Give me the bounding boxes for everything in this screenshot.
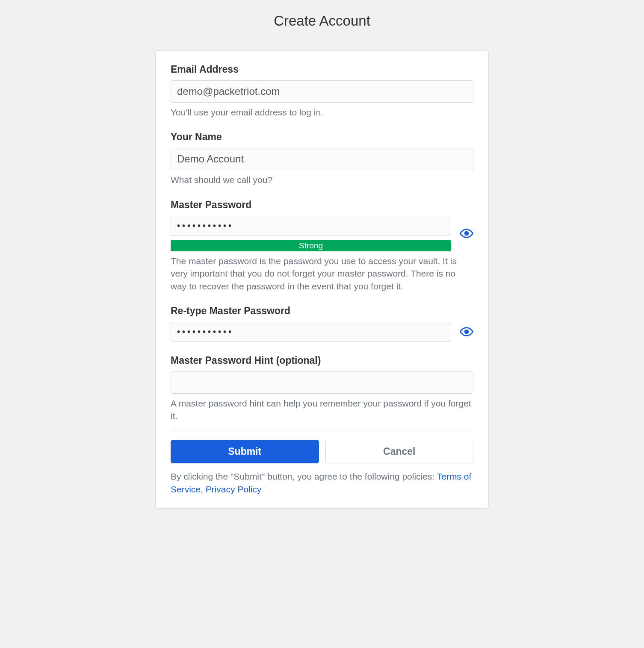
page-title: Create Account <box>155 13 489 29</box>
name-form-group: Your Name What should we call you? <box>171 131 473 186</box>
name-label: Your Name <box>171 131 473 143</box>
master-password-form-group: Master Password Strong The master passwo… <box>171 199 473 292</box>
form-divider <box>171 430 473 430</box>
master-password-input[interactable] <box>171 216 451 236</box>
email-form-group: Email Address You'll use your email addr… <box>171 64 473 118</box>
toggle-retype-password-visibility-icon[interactable] <box>460 327 473 336</box>
password-strength-indicator: Strong <box>171 240 451 251</box>
button-row: Submit Cancel <box>171 440 473 463</box>
master-password-hint: The master password is the password you … <box>171 255 473 292</box>
footer-separator: , <box>201 484 206 494</box>
terms-footer: By clicking the "Submit" button, you agr… <box>171 470 473 496</box>
password-hint-label: Master Password Hint (optional) <box>171 355 473 366</box>
toggle-password-visibility-icon[interactable] <box>460 229 473 238</box>
retype-password-form-group: Re-type Master Password <box>171 305 473 342</box>
password-hint-form-group: Master Password Hint (optional) A master… <box>171 355 473 422</box>
email-input[interactable] <box>171 80 473 103</box>
retype-password-label: Re-type Master Password <box>171 305 473 317</box>
svg-point-0 <box>465 232 468 235</box>
svg-point-1 <box>465 330 468 333</box>
retype-password-input[interactable] <box>171 322 451 342</box>
submit-button[interactable]: Submit <box>171 440 319 463</box>
name-input[interactable] <box>171 148 473 170</box>
privacy-policy-link[interactable]: Privacy Policy <box>206 484 262 494</box>
footer-text-prefix: By clicking the "Submit" button, you agr… <box>171 471 437 481</box>
name-hint: What should we call you? <box>171 174 473 186</box>
password-hint-description: A master password hint can help you reme… <box>171 397 473 422</box>
cancel-button[interactable]: Cancel <box>325 440 474 463</box>
master-password-label: Master Password <box>171 199 473 211</box>
email-label: Email Address <box>171 64 473 75</box>
registration-form-card: Email Address You'll use your email addr… <box>155 50 489 509</box>
email-hint: You'll use your email address to log in. <box>171 106 473 118</box>
password-hint-input[interactable] <box>171 371 473 394</box>
